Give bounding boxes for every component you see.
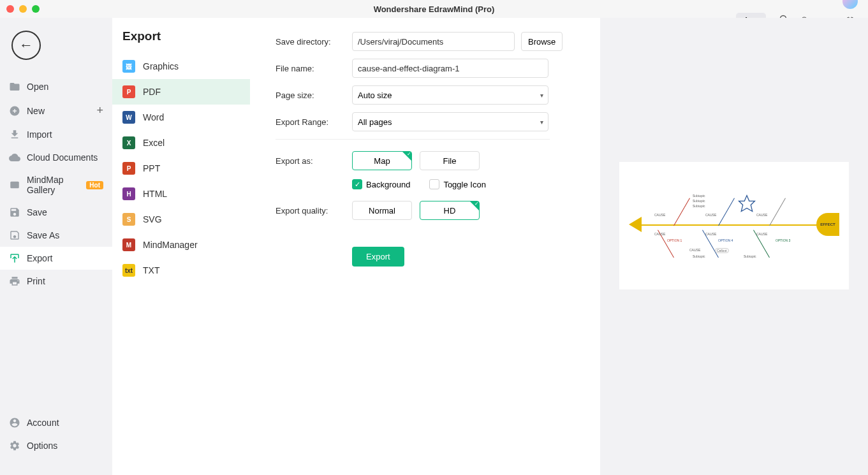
- sidebar-item-export[interactable]: Export: [0, 247, 112, 270]
- browse-button[interactable]: Browse: [521, 32, 563, 51]
- sidebar-label: Export: [27, 253, 52, 263]
- caret-down-icon: ▾: [540, 92, 543, 99]
- svg-marker-9: [739, 196, 755, 212]
- background-checkbox[interactable]: ✓ Background: [352, 179, 410, 189]
- export-heading: Export: [112, 29, 250, 54]
- quality-normal[interactable]: Normal: [352, 201, 412, 220]
- gallery-icon: [9, 179, 20, 191]
- pdf-icon: P: [122, 85, 135, 98]
- txt-icon: txt: [122, 264, 135, 277]
- sidebar-label: MindMap Gallery: [27, 175, 84, 195]
- export-type-svg[interactable]: S SVG: [112, 207, 250, 232]
- preview-card: EFFECT CAUSE CAUSE Subtopic Subtopic Sub…: [619, 162, 849, 289]
- sidebar-item-open[interactable]: Open: [0, 75, 112, 98]
- export-quality-label: Export quality:: [276, 206, 352, 216]
- folder-open-icon: [9, 81, 20, 92]
- export-type-ppt[interactable]: P PPT: [112, 156, 250, 181]
- sidebar-item-save[interactable]: Save: [0, 201, 112, 224]
- toggle-icon-checkbox[interactable]: Toggle Icon: [429, 179, 486, 189]
- hot-badge: Hot: [86, 181, 103, 189]
- sidebar-label: Print: [27, 276, 45, 286]
- save-dir-input[interactable]: [352, 32, 515, 51]
- html-icon: H: [122, 187, 135, 200]
- window-maximize[interactable]: [32, 5, 40, 13]
- excel-icon: X: [122, 136, 135, 149]
- file-name-input[interactable]: [352, 59, 548, 78]
- left-sidebar: ← Open New + Import Cloud Documents: [0, 18, 112, 475]
- page-size-select[interactable]: Auto size: [352, 85, 548, 105]
- sidebar-item-new[interactable]: New +: [0, 98, 112, 123]
- export-type-graphics[interactable]: 🖼 Graphics: [112, 54, 250, 79]
- export-as-file[interactable]: File: [420, 151, 480, 170]
- print-icon: [9, 275, 20, 287]
- file-name-label: File name:: [276, 64, 352, 73]
- arrow-left-icon: ←: [19, 37, 33, 54]
- sidebar-label: Save As: [27, 230, 59, 240]
- export-type-word[interactable]: W Word: [112, 105, 250, 130]
- save-dir-label: Save directory:: [276, 37, 352, 47]
- export-icon: [9, 252, 20, 264]
- export-type-panel: Export 🖼 Graphics P PDF W Word X Excel P…: [112, 18, 250, 475]
- divider: [276, 139, 550, 140]
- import-icon: [9, 129, 20, 140]
- export-range-select[interactable]: All pages: [352, 112, 548, 131]
- export-range-label: Export Range:: [276, 117, 352, 127]
- sidebar-label: Import: [27, 129, 52, 140]
- mindmanager-icon: M: [122, 238, 135, 251]
- export-as-label: Export as:: [276, 156, 352, 166]
- fishbone-diagram: EFFECT CAUSE CAUSE Subtopic Subtopic Sub…: [629, 175, 839, 277]
- export-type-excel[interactable]: X Excel: [112, 130, 250, 156]
- sidebar-item-cloud[interactable]: Cloud Documents: [0, 146, 112, 169]
- check-icon: ✓: [352, 179, 362, 189]
- sidebar-item-import[interactable]: Import: [0, 123, 112, 146]
- export-button[interactable]: Export: [352, 247, 404, 267]
- sidebar-item-gallery[interactable]: MindMap Gallery Hot: [0, 169, 112, 201]
- sidebar-label: Options: [27, 441, 57, 451]
- graphics-icon: 🖼: [122, 60, 135, 73]
- checkbox-icon: [429, 179, 439, 189]
- sidebar-item-print[interactable]: Print: [0, 270, 112, 293]
- export-as-map[interactable]: Map: [352, 151, 412, 170]
- sidebar-item-account[interactable]: Account: [0, 411, 112, 434]
- sidebar-label: Account: [27, 418, 59, 428]
- sidebar-item-saveas[interactable]: Save As: [0, 224, 112, 247]
- sidebar-label: Save: [27, 207, 47, 217]
- quality-hd[interactable]: HD: [420, 201, 480, 220]
- sidebar-label: New: [27, 106, 45, 116]
- content-area: App ▾ ▾ ▾ Save directory: Browse File na…: [250, 18, 868, 475]
- sidebar-label: Cloud Documents: [27, 152, 98, 163]
- cloud-icon: [9, 152, 20, 163]
- export-type-html[interactable]: H HTML: [112, 181, 250, 207]
- caret-down-icon: ▾: [540, 119, 543, 126]
- sidebar-item-options[interactable]: Options: [0, 434, 112, 457]
- gear-icon: [9, 440, 20, 451]
- plus-circle-icon: [9, 105, 20, 117]
- ppt-icon: P: [122, 162, 135, 175]
- export-type-mindmanager[interactable]: M MindManager: [112, 232, 250, 258]
- preview-area: EFFECT CAUSE CAUSE Subtopic Subtopic Sub…: [600, 18, 868, 475]
- svg-rect-1: [10, 182, 19, 189]
- add-icon[interactable]: +: [96, 104, 103, 117]
- export-type-txt[interactable]: txt TXT: [112, 258, 250, 283]
- account-icon: [9, 417, 20, 428]
- word-icon: W: [122, 111, 135, 124]
- window-minimize[interactable]: [19, 5, 27, 13]
- save-as-icon: [9, 230, 20, 241]
- back-button[interactable]: ←: [11, 31, 41, 60]
- export-type-pdf[interactable]: P PDF: [112, 79, 250, 105]
- svg-icon: S: [122, 213, 135, 226]
- window-close[interactable]: [6, 5, 14, 13]
- sidebar-label: Open: [27, 82, 48, 92]
- save-icon: [9, 207, 20, 218]
- page-size-label: Page size:: [276, 91, 352, 100]
